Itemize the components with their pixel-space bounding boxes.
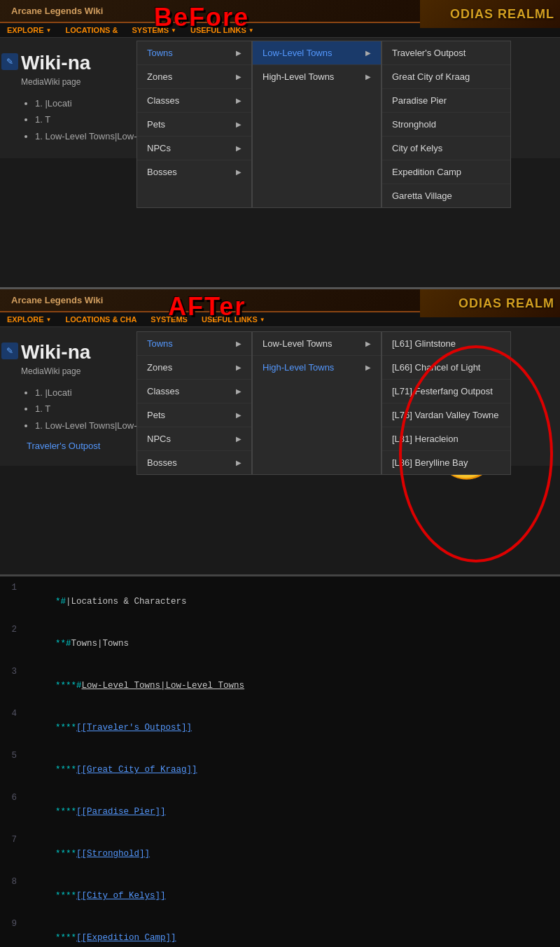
before-label: BeFore [153,3,249,32]
menu-expedition-camp[interactable]: Expedition Camp [382,160,510,184]
dropdown-after-level1: Towns ▶ Zones ▶ Classes ▶ Pets ▶ NPCs ▶ … [136,331,252,475]
menu-great-city[interactable]: Great City of Kraag [382,65,510,89]
menu-zones[interactable]: Zones ▶ [137,65,251,89]
wiki-header-after: Arcane Legends Wiki ODIAS REALM [0,289,560,312]
nav-explore-after[interactable]: EXPLORE ▼ [7,315,52,324]
dropdown-level1: Towns ▶ Zones ▶ Classes ▶ Pets ▶ NPCs ▶ … [136,41,252,208]
chevron-down-icon: ▼ [46,317,52,323]
chevron-down-icon: ▼ [248,27,254,34]
menu-vardan-valley[interactable]: [L76] Vardan Valley Towne [382,403,510,427]
menu-after-pets[interactable]: Pets ▶ [137,403,251,427]
menu-festerfang[interactable]: [L71] Festerfang Outpost [382,380,510,403]
wiki-logo: Arcane Legends Wiki [11,6,103,16]
before-section: Arcane Legends Wiki ODIAS REALML EXPLORE… [0,0,560,287]
chevron-down-icon: ▼ [46,27,52,34]
arrow-icon: ▶ [236,168,241,176]
arrow-icon: ▶ [236,49,241,57]
menu-low-level-towns[interactable]: Low-Level Towns ▶ [253,41,381,65]
nav-locations[interactable]: LOCATIONS & [66,26,118,34]
arrow-icon: ▶ [236,144,241,152]
wiki-logo-after: Arcane Legends Wiki [11,295,103,305]
menu-stronghold[interactable]: Stronghold [382,113,510,137]
dropdown-after-level2: Low-Level Towns ▶ High-Level Towns ▶ [252,331,382,475]
dropdown-before: Towns ▶ Zones ▶ Classes ▶ Pets ▶ NPCs ▶ … [136,41,511,208]
menu-towns[interactable]: Towns ▶ [137,41,251,65]
menu-glintstone[interactable]: [L61] Glintstone [382,332,510,356]
menu-heracleion[interactable]: [L81] Heracleion [382,427,510,451]
nav-locations-after[interactable]: LOCATIONS & CHA [66,315,137,324]
chevron-down-icon: ▼ [260,317,265,323]
menu-classes[interactable]: Classes ▶ [137,89,251,113]
code-line-3: 3 ****#Low-Level Towns|Low-Level Towns [0,665,560,707]
arrow-icon: ▶ [236,120,241,128]
menu-pets[interactable]: Pets ▶ [137,113,251,137]
arrow-icon: ▶ [236,459,241,466]
wiki-header: Arcane Legends Wiki ODIAS REALML [0,0,560,23]
menu-npcs[interactable]: NPCs ▶ [137,137,251,160]
dropdown-level3: Traveler's Outpost Great City of Kraag P… [382,41,511,208]
code-line-7: 7 ****[[Stronghold]] [0,833,560,875]
edit-icon-after[interactable]: ✎ [1,343,18,359]
menu-berylline-bay[interactable]: [L86] Berylline Bay [382,451,510,474]
arrow-icon: ▶ [236,340,241,347]
menu-after-low-level[interactable]: Low-Level Towns ▶ [253,332,381,356]
code-line-4: 4 ****[[Traveler's Outpost]] [0,707,560,749]
travelers-outpost-link[interactable]: Traveler's Outpost [27,441,100,451]
code-section: 1 *#|Locations & Characters 2 **#Towns|T… [0,574,560,947]
nav-explore[interactable]: EXPLORE ▼ [7,26,52,34]
code-line-1: 1 *#|Locations & Characters [0,581,560,623]
arrow-icon: ▶ [236,411,241,419]
menu-high-level-towns[interactable]: High-Level Towns ▶ [253,65,381,88]
menu-bosses[interactable]: Bosses ▶ [137,160,251,184]
arrow-icon: ▶ [365,340,371,347]
menu-travelers-outpost[interactable]: Traveler's Outpost [382,41,510,65]
code-line-8: 8 ****[[City of Kelys]] [0,875,560,917]
code-line-5: 5 ****[[Great City of Kraag]] [0,749,560,791]
arrow-icon: ▶ [365,49,371,57]
menu-after-classes[interactable]: Classes ▶ [137,380,251,403]
arrow-icon: ▶ [236,97,241,104]
after-section: Arcane Legends Wiki ODIAS REALM EXPLORE … [0,287,560,574]
menu-garetta-village[interactable]: Garetta Village [382,184,510,207]
arrow-icon: ▶ [365,364,371,371]
realm-text-after: ODIAS REALM [458,296,554,311]
menu-paradise-pier[interactable]: Paradise Pier [382,89,510,113]
dropdown-after: Towns ▶ Zones ▶ Classes ▶ Pets ▶ NPCs ▶ … [136,331,511,475]
edit-icon[interactable]: ✎ [1,53,18,70]
arrow-icon: ▶ [236,387,241,395]
arrow-icon: ▶ [236,73,241,81]
menu-after-high-level[interactable]: High-Level Towns ▶ [253,356,381,379]
arrow-icon: ▶ [236,435,241,443]
menu-after-bosses[interactable]: Bosses ▶ [137,451,251,474]
realm-text: ODIAS REALML [450,7,554,22]
code-line-6: 6 ****[[Paradise Pier]] [0,791,560,833]
menu-after-npcs[interactable]: NPCs ▶ [137,427,251,451]
dropdown-level2: Low-Level Towns ▶ High-Level Towns ▶ [252,41,382,208]
menu-after-zones[interactable]: Zones ▶ [137,356,251,380]
arrow-icon: ▶ [365,73,371,81]
arrow-icon: ▶ [236,364,241,371]
after-label: AFTer [167,292,246,322]
menu-city-of-kelys[interactable]: City of Kelys [382,137,510,160]
code-line-2: 2 **#Towns|Towns [0,623,560,665]
code-line-9: 9 ****[[Expedition Camp]] [0,917,560,947]
realm-header-after: ODIAS REALM [420,289,560,317]
dropdown-after-level3: [L61] Glintstone [L66] Chancel of Light … [382,331,511,475]
menu-chancel-of-light[interactable]: [L66] Chancel of Light [382,356,510,380]
menu-after-towns[interactable]: Towns ▶ [137,332,251,356]
realm-header: ODIAS REALML [420,0,560,28]
